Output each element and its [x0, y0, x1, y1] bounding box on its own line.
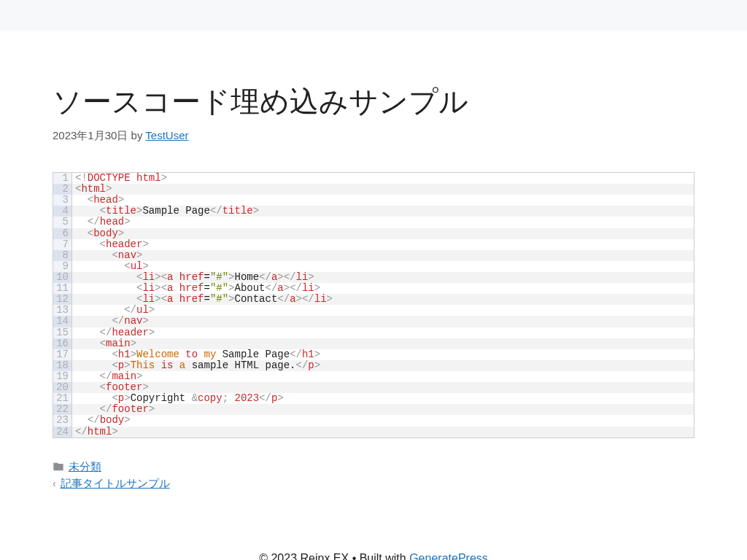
code-line: 6 <body>	[53, 228, 694, 239]
code-line: 2<html>	[53, 184, 694, 195]
line-number: 8	[53, 250, 72, 261]
code-content: <ul>	[72, 261, 149, 272]
code-line: 10 <li><a href="#">Home</a></li>	[53, 272, 694, 283]
line-number: 11	[53, 283, 72, 294]
code-content: <title>Sample Page</title>	[72, 206, 259, 217]
code-line: 13 </ul>	[53, 305, 694, 316]
line-number: 18	[53, 360, 72, 371]
header-separator	[0, 9, 747, 31]
code-line: 1<!DOCTYPE html>	[53, 173, 694, 184]
category-row: 未分類	[53, 460, 694, 474]
article-meta: 2023年1月30日 by TestUser	[53, 129, 694, 143]
code-content: </footer>	[72, 404, 155, 415]
category-link[interactable]: 未分類	[69, 460, 101, 474]
prev-post-row: ‹ 記事タイトルサンプル	[53, 477, 694, 491]
code-line: 9 <ul>	[53, 261, 694, 272]
code-content: </body>	[72, 415, 131, 426]
line-number: 3	[53, 195, 72, 206]
code-content: <footer>	[72, 382, 149, 393]
footer-bullet: •	[352, 552, 360, 560]
line-number: 10	[53, 272, 72, 283]
code-line: 19 </main>	[53, 371, 694, 382]
code-content: <body>	[72, 228, 124, 239]
entry-footer: 未分類 ‹ 記事タイトルサンプル	[53, 460, 694, 491]
code-line: 3 <head>	[53, 195, 694, 206]
code-line: 8 <nav>	[53, 250, 694, 261]
line-number: 1	[53, 173, 72, 184]
line-number: 16	[53, 338, 72, 349]
article-date: 2023年1月30日	[53, 129, 128, 141]
code-block: 1<!DOCTYPE html>2<html>3 <head>4 <title>…	[53, 172, 694, 438]
line-number: 21	[53, 393, 72, 404]
line-number: 7	[53, 239, 72, 250]
code-content: <p>Copyright &copy; 2023</p>	[72, 393, 284, 404]
footer-theme-link[interactable]: GeneratePress	[409, 552, 488, 560]
line-number: 9	[53, 261, 72, 272]
code-content: <li><a href="#">About</a></li>	[72, 283, 320, 294]
line-number: 20	[53, 382, 72, 393]
code-content: <main>	[72, 338, 136, 349]
footer-copyright: © 2023 Reinx EX	[259, 552, 349, 560]
line-number: 22	[53, 404, 72, 415]
site-footer: © 2023 Reinx EX • Built with GeneratePre…	[0, 534, 747, 560]
code-line: 16 <main>	[53, 338, 694, 349]
line-number: 19	[53, 371, 72, 382]
line-number: 17	[53, 349, 72, 360]
code-content: <html>	[72, 184, 112, 195]
code-line: 15 </header>	[53, 327, 694, 338]
code-line: 14 </nav>	[53, 316, 694, 327]
code-content: <nav>	[72, 250, 142, 261]
code-line: 11 <li><a href="#">About</a></li>	[53, 283, 694, 294]
code-line: 24</html>	[53, 427, 694, 438]
line-number: 13	[53, 305, 72, 316]
code-line: 22 </footer>	[53, 404, 694, 415]
code-content: <p>This is a sample HTML page.</p>	[72, 360, 320, 371]
article-title: ソースコード埋め込みサンプル	[53, 82, 694, 122]
code-line: 5 </head>	[53, 217, 694, 228]
code-content: <head>	[72, 195, 124, 206]
code-line: 23 </body>	[53, 415, 694, 426]
code-content: </head>	[72, 217, 131, 228]
code-content: <header>	[72, 239, 149, 250]
code-content: <li><a href="#">Home</a></li>	[72, 272, 314, 283]
top-bar	[0, 0, 747, 9]
code-content: </ul>	[72, 305, 155, 316]
footer-built-with: Built with	[360, 552, 406, 560]
chevron-left-icon: ‹	[53, 478, 56, 489]
line-number: 6	[53, 228, 72, 239]
code-line: 12 <li><a href="#">Contact</a></li>	[53, 294, 694, 305]
line-number: 15	[53, 327, 72, 338]
line-number: 14	[53, 316, 72, 327]
code-line: 17 <h1>Welcome to my Sample Page</h1>	[53, 349, 694, 360]
line-number: 23	[53, 415, 72, 426]
line-number: 24	[53, 427, 72, 438]
code-content: </main>	[72, 371, 142, 382]
line-number: 4	[53, 206, 72, 217]
code-line: 18 <p>This is a sample HTML page.</p>	[53, 360, 694, 371]
by-label: by	[131, 129, 143, 141]
code-line: 20 <footer>	[53, 382, 694, 393]
code-content: </nav>	[72, 316, 149, 327]
code-line: 21 <p>Copyright &copy; 2023</p>	[53, 393, 694, 404]
code-line: 7 <header>	[53, 239, 694, 250]
prev-post-link[interactable]: 記事タイトルサンプル	[61, 477, 170, 491]
code-content: </html>	[72, 427, 118, 438]
line-number: 12	[53, 294, 72, 305]
code-line: 4 <title>Sample Page</title>	[53, 206, 694, 217]
code-content: <li><a href="#">Contact</a></li>	[72, 294, 333, 305]
code-content: <h1>Welcome to my Sample Page</h1>	[72, 349, 320, 360]
code-content: <!DOCTYPE html>	[72, 173, 167, 184]
line-number: 2	[53, 184, 72, 195]
folder-icon	[53, 461, 64, 472]
line-number: 5	[53, 217, 72, 228]
code-content: </header>	[72, 327, 155, 338]
author-link[interactable]: TestUser	[145, 129, 188, 141]
